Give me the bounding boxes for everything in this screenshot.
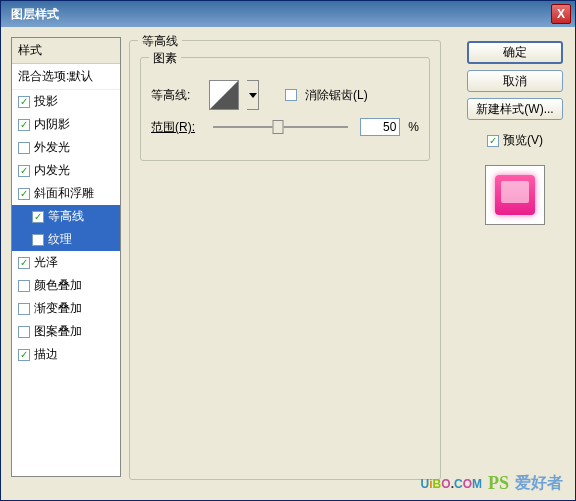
wm-u: U [421, 477, 430, 491]
wm-cn: 爱好者 [515, 473, 563, 494]
style-checkbox-6[interactable]: ✓ [32, 234, 44, 246]
new-style-button[interactable]: 新建样式(W)... [467, 98, 563, 120]
style-label-3: 内发光 [34, 162, 70, 179]
style-item-5[interactable]: ✓等高线 [12, 205, 120, 228]
close-button[interactable]: X [551, 4, 571, 24]
style-item-11[interactable]: ✓描边 [12, 343, 120, 366]
style-item-6[interactable]: ✓纹理 [12, 228, 120, 251]
center-panel: 等高线 图素 等高线: ✓ 消除锯齿(L) 范围(R): [129, 37, 457, 490]
style-label-4: 斜面和浮雕 [34, 185, 94, 202]
style-checkbox-11[interactable]: ✓ [18, 349, 30, 361]
style-label-11: 描边 [34, 346, 58, 363]
style-item-7[interactable]: ✓光泽 [12, 251, 120, 274]
wm-m: M [472, 477, 482, 491]
style-label-2: 外发光 [34, 139, 70, 156]
style-checkbox-3[interactable]: ✓ [18, 165, 30, 177]
style-checkbox-9[interactable]: ✓ [18, 303, 30, 315]
range-slider[interactable] [213, 126, 348, 128]
wm-o2: O [463, 477, 472, 491]
style-checkbox-10[interactable]: ✓ [18, 326, 30, 338]
elements-group: 图素 等高线: ✓ 消除锯齿(L) 范围(R): [140, 57, 430, 161]
range-input[interactable] [360, 118, 400, 136]
style-label-1: 内阴影 [34, 116, 70, 133]
blend-options-default[interactable]: 混合选项:默认 [12, 64, 120, 90]
style-label-8: 颜色叠加 [34, 277, 82, 294]
watermark: UiBO.COM PS 爱好者 [421, 473, 563, 494]
range-row: 范围(R): % [151, 118, 419, 136]
wm-ps: PS [488, 473, 509, 494]
close-icon: X [557, 7, 565, 21]
titlebar: 图层样式 X [1, 1, 575, 27]
style-checkbox-2[interactable]: ✓ [18, 142, 30, 154]
style-label-7: 光泽 [34, 254, 58, 271]
style-item-2[interactable]: ✓外发光 [12, 136, 120, 159]
preview-toggle[interactable]: ✓ 预览(V) [487, 132, 543, 149]
elements-group-legend: 图素 [149, 50, 181, 67]
styles-panel: 样式 混合选项:默认 ✓投影✓内阴影✓外发光✓内发光✓斜面和浮雕✓等高线✓纹理✓… [11, 37, 121, 477]
style-label-9: 渐变叠加 [34, 300, 82, 317]
wm-c: C [454, 477, 463, 491]
style-checkbox-4[interactable]: ✓ [18, 188, 30, 200]
contour-group-legend: 等高线 [138, 33, 182, 50]
contour-thumbnail[interactable] [209, 80, 239, 110]
wm-o: O [441, 477, 450, 491]
antialias-checkbox[interactable]: ✓ [285, 89, 297, 101]
style-item-8[interactable]: ✓颜色叠加 [12, 274, 120, 297]
contour-group: 等高线 图素 等高线: ✓ 消除锯齿(L) 范围(R): [129, 40, 441, 480]
style-checkbox-1[interactable]: ✓ [18, 119, 30, 131]
style-item-3[interactable]: ✓内发光 [12, 159, 120, 182]
range-label: 范围(R): [151, 119, 201, 136]
style-item-1[interactable]: ✓内阴影 [12, 113, 120, 136]
preview-box [485, 165, 545, 225]
style-label-0: 投影 [34, 93, 58, 110]
range-slider-thumb[interactable] [272, 120, 283, 134]
style-label-5: 等高线 [48, 208, 84, 225]
style-item-0[interactable]: ✓投影 [12, 90, 120, 113]
style-checkbox-0[interactable]: ✓ [18, 96, 30, 108]
style-item-10[interactable]: ✓图案叠加 [12, 320, 120, 343]
preview-checkbox[interactable]: ✓ [487, 135, 499, 147]
style-item-4[interactable]: ✓斜面和浮雕 [12, 182, 120, 205]
style-checkbox-7[interactable]: ✓ [18, 257, 30, 269]
layer-style-dialog: 图层样式 X 样式 混合选项:默认 ✓投影✓内阴影✓外发光✓内发光✓斜面和浮雕✓… [0, 0, 576, 501]
dialog-body: 样式 混合选项:默认 ✓投影✓内阴影✓外发光✓内发光✓斜面和浮雕✓等高线✓纹理✓… [1, 27, 575, 500]
window-title: 图层样式 [5, 6, 551, 23]
styles-header[interactable]: 样式 [12, 38, 120, 64]
wm-b: B [433, 477, 442, 491]
cancel-button[interactable]: 取消 [467, 70, 563, 92]
ok-button[interactable]: 确定 [467, 41, 563, 64]
range-unit: % [408, 120, 419, 134]
right-column: 确定 取消 新建样式(W)... ✓ 预览(V) [465, 37, 565, 490]
style-checkbox-8[interactable]: ✓ [18, 280, 30, 292]
contour-row: 等高线: ✓ 消除锯齿(L) [151, 80, 419, 110]
style-label-10: 图案叠加 [34, 323, 82, 340]
style-checkbox-5[interactable]: ✓ [32, 211, 44, 223]
preview-label: 预览(V) [503, 132, 543, 149]
contour-dropdown[interactable] [247, 80, 259, 110]
style-label-6: 纹理 [48, 231, 72, 248]
style-item-9[interactable]: ✓渐变叠加 [12, 297, 120, 320]
styles-list: ✓投影✓内阴影✓外发光✓内发光✓斜面和浮雕✓等高线✓纹理✓光泽✓颜色叠加✓渐变叠… [12, 90, 120, 366]
preview-swatch [495, 175, 535, 215]
antialias-label[interactable]: 消除锯齿(L) [305, 87, 368, 104]
contour-label: 等高线: [151, 87, 201, 104]
